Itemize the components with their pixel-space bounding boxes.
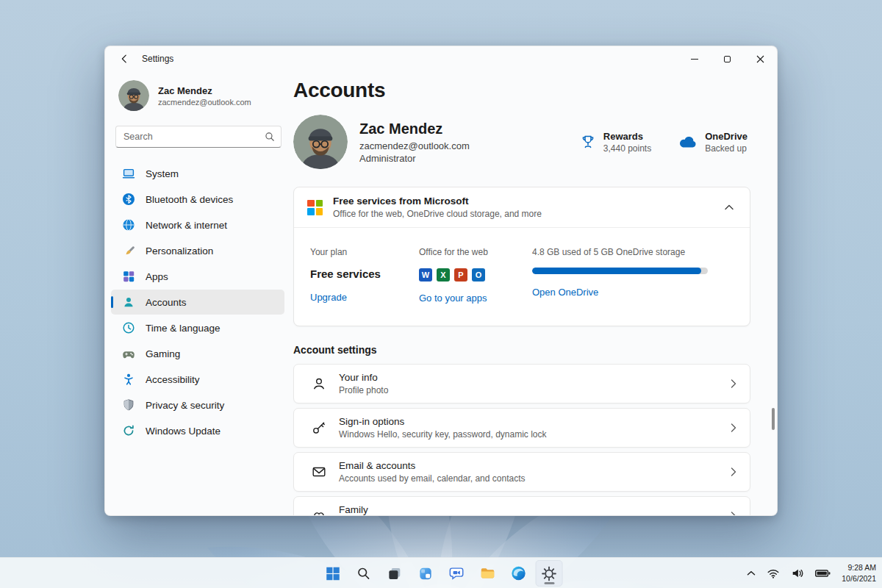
- rewards-widget[interactable]: Rewards 3,440 points: [580, 131, 651, 154]
- widgets-button[interactable]: [412, 560, 440, 587]
- window-title: Settings: [142, 54, 173, 64]
- selected-accent-pill: [111, 296, 113, 308]
- free-services-title: Free services from Microsoft: [333, 196, 542, 207]
- person-icon: [312, 376, 326, 391]
- clock-time: 9:28 AM: [842, 562, 876, 573]
- office-header: Office for the web: [419, 247, 532, 257]
- sidebar-item-system[interactable]: System: [111, 161, 284, 186]
- onedrive-progress-track: [532, 268, 708, 274]
- free-services-card: Free services from Microsoft Office for …: [293, 187, 750, 326]
- rewards-title: Rewards: [603, 131, 651, 142]
- profile-email: zacmendez@outlook.com: [359, 140, 470, 151]
- game-controller-icon: [122, 347, 135, 360]
- wifi-icon: [767, 567, 780, 580]
- mail-icon: [312, 465, 326, 479]
- edge-button[interactable]: [505, 560, 532, 587]
- back-button[interactable]: [112, 49, 136, 69]
- task-view-button[interactable]: [381, 560, 409, 587]
- free-services-subtitle: Office for the web, OneDrive cloud stora…: [333, 209, 542, 219]
- system-icon: [122, 167, 135, 180]
- onedrive-title: OneDrive: [705, 131, 747, 142]
- outlook-icon: O: [472, 268, 485, 282]
- row-title: Email & accounts: [339, 460, 525, 471]
- maximize-icon: [724, 56, 731, 62]
- row-subtitle: Windows Hello, security key, password, d…: [339, 429, 547, 440]
- clock-icon: [122, 321, 135, 334]
- row-subtitle: Profile photo: [339, 385, 388, 395]
- chevron-right-icon: [731, 512, 736, 515]
- family-row[interactable]: Family Manage your family group, edit ac…: [293, 496, 750, 515]
- shield-icon: [122, 398, 135, 412]
- your-info-row[interactable]: Your info Profile photo: [293, 364, 750, 404]
- chat-button[interactable]: [443, 560, 470, 587]
- windows-logo-icon: [326, 566, 341, 581]
- rewards-points: 3,440 points: [603, 143, 651, 154]
- paintbrush-icon: [122, 244, 135, 257]
- hidden-icons-button[interactable]: [743, 567, 759, 579]
- sidebar-nav: System Bluetooth & devices Network & int…: [111, 161, 284, 443]
- sidebar: Zac Mendez zacmendez@outlook.com System …: [105, 71, 292, 515]
- sidebar-item-label: Accounts: [146, 297, 187, 308]
- chevron-right-icon: [731, 379, 736, 388]
- taskbar: 9:28 AM 10/6/2021: [0, 557, 882, 588]
- window-scrollbar-thumb[interactable]: [772, 408, 775, 430]
- profile-header: Zac Mendez zacmendez@outlook.com Adminis…: [293, 115, 750, 169]
- taskbar-search-button[interactable]: [351, 560, 378, 587]
- excel-icon: X: [437, 268, 450, 282]
- family-heart-icon: [312, 509, 326, 515]
- chevron-up-icon: [722, 201, 736, 213]
- powerpoint-icon: P: [454, 268, 467, 282]
- plan-value: Free services: [310, 268, 419, 280]
- titlebar: Settings: [105, 46, 777, 71]
- go-to-apps-link[interactable]: Go to your apps: [419, 293, 532, 304]
- start-button[interactable]: [320, 560, 347, 587]
- word-icon: W: [419, 268, 432, 282]
- apps-grid-icon: [122, 270, 135, 283]
- sidebar-item-bluetooth-devices[interactable]: Bluetooth & devices: [111, 187, 284, 212]
- wifi-button[interactable]: [763, 564, 784, 583]
- maximize-button[interactable]: [711, 46, 744, 71]
- taskbar-clock[interactable]: 9:28 AM 10/6/2021: [842, 562, 876, 584]
- sign-in-options-row[interactable]: Sign-in options Windows Hello, security …: [293, 408, 750, 448]
- main-content: Accounts Zac Mendez zacmendez@outlook.: [292, 71, 777, 515]
- task-view-icon: [387, 566, 403, 581]
- file-explorer-button[interactable]: [474, 560, 501, 587]
- sidebar-item-privacy-security[interactable]: Privacy & security: [111, 392, 284, 417]
- sidebar-item-accounts[interactable]: Accounts: [111, 290, 284, 315]
- plan-header: Your plan: [310, 247, 419, 257]
- battery-button[interactable]: [811, 566, 834, 581]
- email-accounts-row[interactable]: Email & accounts Accounts used by email,…: [293, 452, 750, 492]
- open-onedrive-link[interactable]: Open OneDrive: [532, 287, 723, 298]
- sidebar-item-label: Apps: [146, 271, 168, 282]
- sidebar-user-name: Zac Mendez: [158, 85, 251, 96]
- sidebar-item-network-internet[interactable]: Network & internet: [111, 212, 284, 237]
- onedrive-widget[interactable]: OneDrive Backed up: [678, 131, 747, 154]
- profile-name: Zac Mendez: [359, 121, 470, 137]
- sidebar-item-label: Personalization: [146, 245, 213, 257]
- sidebar-item-personalization[interactable]: Personalization: [111, 238, 284, 263]
- sidebar-item-label: System: [146, 168, 179, 179]
- sidebar-item-time-language[interactable]: Time & language: [111, 315, 284, 340]
- search-icon: [356, 566, 372, 581]
- sidebar-item-accessibility[interactable]: Accessibility: [111, 367, 284, 392]
- back-arrow-icon: [119, 54, 129, 64]
- upgrade-link[interactable]: Upgrade: [310, 292, 419, 303]
- sidebar-item-label: Network & internet: [146, 220, 227, 231]
- close-button[interactable]: [744, 46, 777, 71]
- minimize-button[interactable]: [678, 46, 711, 71]
- minimize-icon: [691, 59, 698, 60]
- sidebar-user-email: zacmendez@outlook.com: [158, 98, 251, 107]
- search-input[interactable]: [115, 126, 282, 148]
- row-title: Family: [339, 504, 612, 515]
- settings-button[interactable]: [536, 560, 563, 587]
- sidebar-user-chip[interactable]: Zac Mendez zacmendez@outlook.com: [118, 80, 284, 111]
- storage-header: 4.8 GB used of 5 GB OneDrive storage: [532, 247, 723, 257]
- sidebar-item-gaming[interactable]: Gaming: [111, 341, 284, 366]
- volume-button[interactable]: [787, 564, 808, 583]
- office-apps-row: W X P O: [419, 268, 532, 282]
- bluetooth-icon: [122, 193, 135, 206]
- sidebar-item-apps[interactable]: Apps: [111, 264, 284, 289]
- free-services-header[interactable]: Free services from Microsoft Office for …: [294, 187, 750, 228]
- sidebar-item-windows-update[interactable]: Windows Update: [111, 418, 284, 443]
- sidebar-item-label: Gaming: [146, 348, 180, 359]
